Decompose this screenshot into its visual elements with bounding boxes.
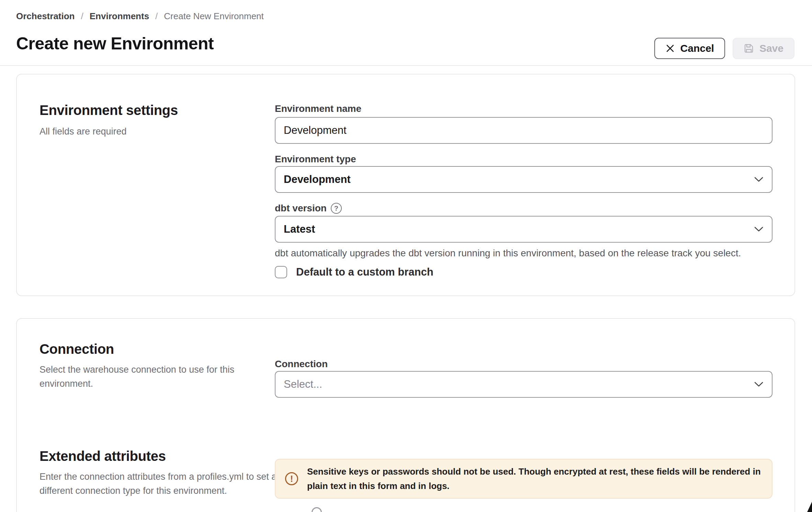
connection-heading: Connection bbox=[40, 341, 114, 357]
extended-attributes-description: Enter the connection attributes from a p… bbox=[40, 470, 280, 498]
environment-settings-card: Environment settings All fields are requ… bbox=[16, 74, 795, 296]
save-button-label: Save bbox=[759, 43, 783, 54]
dbt-version-helper-text: dbt automatically upgrades the dbt versi… bbox=[275, 248, 790, 259]
save-button[interactable]: Save bbox=[733, 38, 794, 59]
chevron-down-icon bbox=[754, 382, 764, 387]
cancel-button[interactable]: Cancel bbox=[654, 38, 725, 59]
environment-type-label-text: Environment type bbox=[275, 154, 356, 165]
connection-select[interactable]: Select... bbox=[275, 371, 772, 398]
create-environment-page: Orchestration / Environments / Create Ne… bbox=[0, 0, 812, 512]
chevron-down-icon bbox=[754, 226, 764, 232]
environment-type-select[interactable]: Development bbox=[275, 166, 772, 193]
environment-type-value: Development bbox=[284, 173, 351, 186]
connection-label: Connection bbox=[275, 359, 328, 370]
dbt-version-label-text: dbt version bbox=[275, 203, 327, 214]
question-mark-circle-icon[interactable]: ? bbox=[331, 203, 342, 214]
connection-select-placeholder: Select... bbox=[284, 378, 322, 391]
breadcrumb-environments[interactable]: Environments bbox=[90, 11, 149, 22]
environment-name-label: Environment name bbox=[275, 103, 361, 114]
dbt-version-value: Latest bbox=[284, 223, 315, 235]
alert-circle-icon: ! bbox=[285, 472, 298, 485]
connection-label-text: Connection bbox=[275, 359, 328, 370]
connection-description: Select the warehouse connection to use f… bbox=[40, 363, 280, 391]
environment-settings-heading: Environment settings bbox=[40, 103, 178, 118]
environment-name-label-text: Environment name bbox=[275, 103, 361, 114]
breadcrumb-separator: / bbox=[155, 11, 158, 22]
dbt-version-label: dbt version ? bbox=[275, 203, 342, 214]
corner-widget-fragment bbox=[807, 502, 812, 512]
floppy-disk-icon bbox=[744, 43, 754, 54]
chevron-down-icon bbox=[754, 177, 764, 182]
sensitive-keys-warning-banner: ! Sensitive keys or passwords should not… bbox=[275, 459, 772, 499]
header-actions: Cancel Save bbox=[654, 38, 794, 59]
extended-attributes-heading: Extended attributes bbox=[40, 449, 166, 464]
header-divider bbox=[0, 65, 812, 66]
x-icon bbox=[665, 44, 675, 53]
environment-type-label: Environment type bbox=[275, 154, 356, 165]
dbt-version-select[interactable]: Latest bbox=[275, 216, 772, 243]
custom-branch-checkbox-row[interactable]: Default to a custom branch bbox=[275, 266, 433, 278]
warning-banner-text: Sensitive keys or passwords should not b… bbox=[307, 464, 762, 493]
breadcrumb-orchestration[interactable]: Orchestration bbox=[16, 11, 75, 22]
breadcrumb: Orchestration / Environments / Create Ne… bbox=[16, 11, 264, 22]
custom-branch-checkbox-label: Default to a custom branch bbox=[296, 266, 433, 278]
page-title: Create new Environment bbox=[16, 34, 214, 54]
environment-settings-subheading: All fields are required bbox=[40, 125, 280, 139]
cancel-button-label: Cancel bbox=[680, 43, 714, 54]
breadcrumb-separator: / bbox=[81, 11, 83, 22]
connection-card: Connection Select the warehouse connecti… bbox=[16, 318, 795, 512]
custom-branch-checkbox[interactable] bbox=[275, 266, 287, 278]
environment-name-input-wrapper bbox=[275, 117, 772, 144]
environment-name-input[interactable] bbox=[275, 118, 788, 143]
breadcrumb-current: Create New Environment bbox=[164, 11, 263, 22]
